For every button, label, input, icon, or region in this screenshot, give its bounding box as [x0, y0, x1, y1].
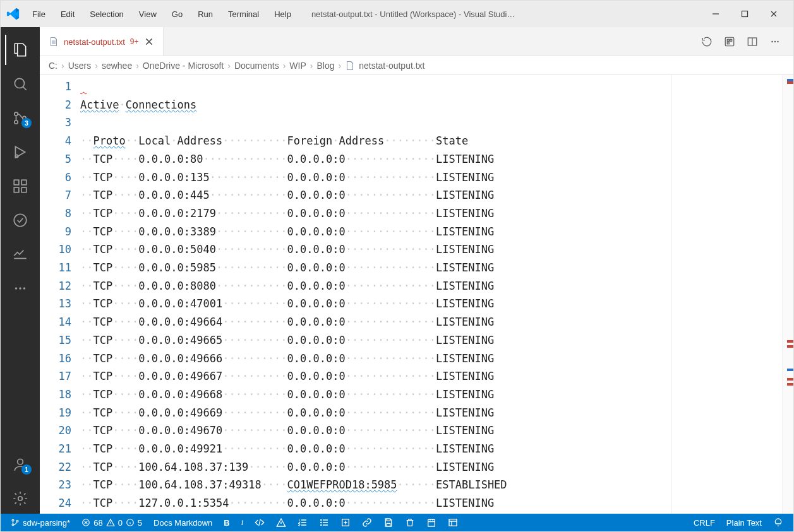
svg-point-30 — [321, 522, 322, 523]
tab-bar: netstat-output.txt 9+ — [40, 27, 793, 56]
svg-point-2 — [15, 112, 18, 115]
source-control-icon[interactable]: 3 — [5, 103, 35, 133]
svg-point-13 — [23, 287, 25, 289]
svg-point-12 — [19, 287, 21, 289]
status-branch[interactable]: sdw-parsing* — [7, 514, 74, 531]
tab-netstat[interactable]: netstat-output.txt 9+ — [40, 27, 164, 56]
accounts-icon[interactable]: 1 — [5, 449, 35, 480]
activity-bar: 3 1 — [1, 27, 40, 514]
svg-point-10 — [14, 214, 27, 227]
timeline-icon[interactable] — [700, 35, 714, 49]
menu-selection[interactable]: Selection — [83, 7, 129, 21]
status-trash-icon[interactable] — [401, 514, 419, 531]
status-newfile-icon[interactable] — [337, 514, 354, 531]
svg-point-1 — [15, 78, 24, 88]
minimize-button[interactable] — [701, 1, 730, 27]
tab-filename: netstat-output.txt — [64, 37, 125, 47]
svg-point-31 — [321, 524, 322, 525]
code-area[interactable]: Active·Connections​··Proto··Local·Addres… — [80, 75, 782, 514]
menu-run[interactable]: Run — [191, 7, 219, 21]
search-icon[interactable] — [5, 69, 35, 99]
scm-badge: 3 — [21, 118, 32, 128]
svg-point-23 — [777, 40, 778, 42]
status-infos: 5 — [138, 518, 142, 528]
svg-point-3 — [15, 121, 18, 124]
tab-close-icon[interactable] — [144, 37, 154, 47]
crumb-file-label: netstat-output.txt — [359, 61, 424, 71]
crumb[interactable]: Users — [68, 61, 92, 71]
breadcrumb[interactable]: C:› Users› sewhee› OneDrive - Microsoft›… — [40, 56, 793, 75]
explorer-icon[interactable] — [5, 35, 35, 65]
status-alert-icon[interactable] — [272, 514, 290, 531]
editor-actions — [700, 27, 793, 56]
status-numlist-icon[interactable] — [294, 514, 311, 531]
settings-gear-icon[interactable] — [5, 483, 35, 514]
status-save-icon[interactable] — [380, 514, 397, 531]
svg-point-15 — [18, 497, 23, 501]
crumb[interactable]: Documents — [234, 61, 279, 71]
status-feedback-icon[interactable] — [769, 514, 787, 531]
svg-point-25 — [12, 524, 14, 526]
svg-point-14 — [18, 459, 23, 464]
window-title: netstat-output.txt - Untitled (Workspace… — [303, 9, 696, 19]
status-link-icon[interactable] — [358, 514, 376, 531]
svg-rect-7 — [14, 187, 19, 192]
editor-group: netstat-output.txt 9+ C:› Users› sewhe — [40, 27, 793, 514]
titlebar: File Edit Selection View Go Run Terminal… — [1, 1, 793, 27]
remote-icon[interactable] — [5, 239, 35, 269]
run-cell-icon[interactable] — [723, 35, 737, 49]
crumb[interactable]: sewhee — [102, 61, 132, 71]
status-errors: 68 — [93, 518, 102, 528]
svg-rect-19 — [727, 42, 729, 44]
main-menu: File Edit Selection View Go Run Terminal… — [26, 7, 298, 21]
svg-rect-18 — [730, 39, 732, 41]
status-bar: sdw-parsing* 68 0 5 Docs Markdown B i CR… — [1, 514, 793, 531]
status-eol[interactable]: CRLF — [690, 514, 719, 531]
status-code-icon[interactable] — [251, 514, 268, 531]
status-problems[interactable]: 68 0 5 — [78, 514, 146, 531]
tab-dirty-indicator: 9+ — [130, 37, 139, 46]
testing-icon[interactable] — [5, 205, 35, 235]
more-icon[interactable] — [5, 273, 35, 304]
svg-rect-34 — [449, 519, 457, 526]
crumb[interactable]: WIP — [289, 61, 306, 71]
svg-rect-16 — [725, 37, 734, 46]
svg-point-11 — [15, 287, 17, 289]
text-editor[interactable]: 123456789101112131415161718192021222324 … — [40, 75, 793, 514]
extensions-icon[interactable] — [5, 171, 35, 201]
close-button[interactable] — [759, 1, 788, 27]
app-window: File Edit Selection View Go Run Terminal… — [0, 0, 794, 532]
svg-point-29 — [321, 519, 322, 520]
crumb[interactable]: Blog — [316, 61, 334, 71]
status-warnings: 0 — [118, 518, 123, 528]
minimap[interactable] — [782, 75, 793, 514]
status-mode[interactable]: Docs Markdown — [150, 514, 216, 531]
crumb[interactable]: C: — [49, 61, 57, 71]
menu-help[interactable]: Help — [268, 7, 298, 21]
editor-ruler — [671, 75, 672, 514]
svg-rect-8 — [21, 187, 27, 192]
svg-rect-6 — [14, 180, 19, 185]
status-calendar-icon[interactable] — [423, 514, 440, 531]
menu-file[interactable]: File — [26, 7, 52, 21]
run-debug-icon[interactable] — [5, 137, 35, 167]
crumb[interactable]: OneDrive - Microsoft — [143, 61, 224, 71]
menu-terminal[interactable]: Terminal — [222, 7, 265, 21]
menu-view[interactable]: View — [133, 7, 163, 21]
svg-rect-33 — [428, 519, 435, 526]
status-bold-icon[interactable]: B — [220, 514, 233, 531]
status-language[interactable]: Plain Text — [723, 514, 766, 531]
svg-point-21 — [771, 40, 773, 42]
status-branch-label: sdw-parsing* — [23, 518, 70, 528]
svg-rect-9 — [21, 180, 27, 185]
window-controls — [701, 1, 788, 27]
split-editor-icon[interactable] — [745, 35, 759, 49]
status-italic-icon[interactable]: i — [238, 514, 248, 531]
status-bulletlist-icon[interactable] — [315, 514, 333, 531]
status-layout-icon[interactable] — [444, 514, 462, 531]
menu-go[interactable]: Go — [165, 7, 189, 21]
maximize-button[interactable] — [730, 1, 759, 27]
menu-edit[interactable]: Edit — [54, 7, 81, 21]
more-actions-icon[interactable] — [768, 35, 782, 49]
crumb-file[interactable]: netstat-output.txt — [345, 61, 424, 71]
